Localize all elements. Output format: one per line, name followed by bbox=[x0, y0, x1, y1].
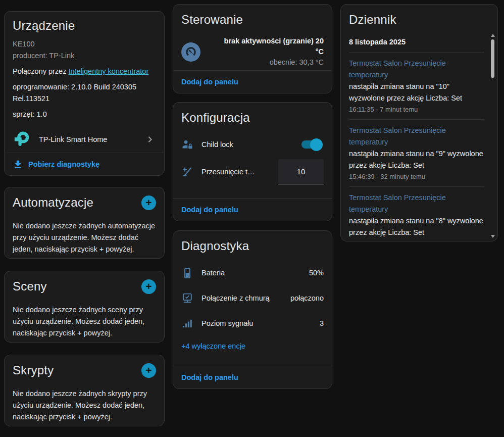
child-lock-toggle[interactable] bbox=[301, 140, 321, 149]
battery-label: Bateria bbox=[201, 269, 301, 277]
battery-icon bbox=[181, 267, 193, 279]
download-diagnostics-label: Pobierz diagnostykę bbox=[28, 160, 99, 168]
disabled-entities-link[interactable]: +4 wyłączone encje bbox=[181, 342, 245, 350]
scrollbar-up-arrow[interactable] bbox=[491, 34, 495, 37]
integration-name: TP-Link Smart Home bbox=[39, 135, 136, 143]
logbook-message: nastąpiła zmiana stanu na "10" wyzwolone… bbox=[349, 81, 484, 104]
climate-entity-row[interactable]: T… brak aktywności (grzanie) 20 °C obecn… bbox=[181, 34, 324, 70]
config-add-to-dashboard[interactable]: Dodaj do panelu bbox=[173, 198, 332, 221]
logbook-time: 16:11:35 - 7 minut temu bbox=[349, 105, 484, 114]
device-info-card: Urządzenie KE100 producent: TP-Link Połą… bbox=[4, 11, 165, 176]
scenes-card-title: Sceny bbox=[13, 279, 47, 294]
add-to-dashboard-label: Dodaj do panelu bbox=[181, 206, 238, 214]
temperature-offset-label: Przesunięcie t… bbox=[201, 168, 270, 176]
config-card: Konfiguracja Child lock bbox=[173, 102, 332, 221]
device-model: KE100 bbox=[13, 38, 156, 50]
scrollbar-down-arrow[interactable] bbox=[491, 235, 495, 238]
cloud-connection-row[interactable]: Połączenie z chmurą połączono bbox=[181, 285, 324, 311]
climate-state: brak aktywności (grzanie) 20 °C obecnie:… bbox=[217, 36, 324, 68]
middle-column: Sterowanie T… brak aktywności (grzanie) … bbox=[173, 4, 332, 433]
logbook-time: 15:11:24 - 1 godzinę temu bbox=[349, 239, 484, 241]
tp-link-logo-icon bbox=[13, 130, 31, 149]
logbook-date-header: 8 listopada 2025 bbox=[349, 38, 484, 46]
config-card-title: Konfiguracja bbox=[181, 111, 324, 125]
automations-card: Automatyzacje + Nie dodano jeszcze żadny… bbox=[4, 187, 165, 259]
diagnostics-add-to-dashboard[interactable]: Dodaj do panelu bbox=[173, 366, 332, 389]
device-manufacturer: producent: TP-Link bbox=[13, 50, 156, 62]
logbook-card-title: Dziennik bbox=[349, 13, 489, 27]
account-lock-icon bbox=[181, 138, 193, 151]
cloud-connection-value: połączono bbox=[290, 294, 324, 302]
add-to-dashboard-label: Dodaj do panelu bbox=[181, 373, 238, 381]
scripts-card-title: Skrypty bbox=[13, 363, 54, 377]
signal-level-value: 3 bbox=[320, 319, 324, 327]
scripts-card: Skrypty + Nie dodano jeszcze żadnych skr… bbox=[4, 355, 165, 426]
battery-row[interactable]: Bateria 50% bbox=[181, 260, 324, 285]
logbook-entity-link[interactable]: Termostat Salon Przesunięcie temperatury bbox=[349, 192, 484, 215]
download-icon bbox=[13, 159, 23, 170]
signal-bars-icon bbox=[181, 317, 193, 329]
controls-card-title: Sterowanie bbox=[181, 13, 324, 27]
temperature-offset-input[interactable] bbox=[278, 159, 324, 184]
right-column: Dziennik 8 listopada 2025 Termostat Salo… bbox=[340, 4, 498, 433]
logbook-entry: Termostat Salon Przesunięcie temperatury… bbox=[349, 187, 484, 241]
battery-value: 50% bbox=[309, 269, 324, 277]
monitor-check-icon bbox=[181, 292, 193, 304]
add-automation-button[interactable]: + bbox=[141, 196, 156, 210]
download-diagnostics-button[interactable]: Pobierz diagnostykę bbox=[5, 153, 164, 175]
scrollbar-thumb[interactable] bbox=[491, 39, 494, 78]
add-scene-button[interactable]: + bbox=[141, 279, 156, 294]
scripts-empty-text: Nie dodano jeszcze żadnych skrypty przy … bbox=[13, 388, 156, 423]
signal-level-row[interactable]: Poziom sygnału 3 bbox=[181, 311, 324, 336]
device-page: Urządzenie KE100 producent: TP-Link Połą… bbox=[0, 0, 504, 437]
controls-card: Sterowanie T… brak aktywności (grzanie) … bbox=[173, 4, 332, 93]
logbook-card: Dziennik 8 listopada 2025 Termostat Salo… bbox=[340, 4, 498, 241]
add-to-dashboard-label: Dodaj do panelu bbox=[181, 78, 238, 86]
left-column: Urządzenie KE100 producent: TP-Link Połą… bbox=[4, 4, 165, 433]
signal-level-label: Poziom sygnału bbox=[201, 319, 312, 327]
climate-state-secondary: obecnie: 30,3 °C bbox=[217, 57, 324, 68]
logbook-message: nastąpiła zmiana stanu na "8" wyzwolone … bbox=[349, 215, 484, 238]
device-hardware: sprzęt: 1.0 bbox=[13, 109, 156, 120]
plus-minus-icon bbox=[181, 166, 193, 178]
device-connected-via: Połączony przez Inteligentny koncentrato… bbox=[13, 66, 156, 77]
diagnostics-card: Diagnostyka Bateria 50% bbox=[173, 230, 332, 389]
device-info-content: Urządzenie KE100 producent: TP-Link Połą… bbox=[5, 12, 164, 126]
scenes-empty-text: Nie dodano jeszcze żadnych sceny przy uż… bbox=[13, 304, 156, 339]
scenes-card: Sceny + Nie dodano jeszcze żadnych sceny… bbox=[4, 271, 165, 343]
child-lock-label: Child lock bbox=[201, 140, 293, 149]
climate-state-primary: brak aktywności (grzanie) 20 °C bbox=[217, 36, 324, 57]
logbook-message: nastąpiła zmiana stanu na "9" wyzwolone … bbox=[349, 148, 484, 171]
child-lock-row: Child lock bbox=[181, 132, 324, 157]
controls-add-to-dashboard[interactable]: Dodaj do panelu bbox=[173, 70, 332, 93]
temperature-offset-row: Przesunięcie t… bbox=[181, 157, 324, 186]
integration-row[interactable]: TP-Link Smart Home bbox=[5, 126, 164, 153]
logbook-entity-link[interactable]: Termostat Salon Przesunięcie temperatury bbox=[349, 58, 484, 81]
logbook-entry: Termostat Salon Przesunięcie temperatury… bbox=[349, 120, 484, 187]
chevron-right-icon bbox=[144, 133, 156, 145]
logbook-scroll-area: 8 listopada 2025 Termostat Salon Przesun… bbox=[341, 34, 497, 241]
connected-via-prefix: Połączony przez bbox=[13, 67, 68, 75]
add-script-button[interactable]: + bbox=[141, 363, 156, 378]
cloud-connection-label: Połączenie z chmurą bbox=[201, 294, 282, 302]
diagnostics-card-title: Diagnostyka bbox=[181, 239, 324, 253]
automations-empty-text: Nie dodano jeszcze żadnych automatyzacje… bbox=[13, 220, 156, 255]
hub-link[interactable]: Inteligentny koncentrator bbox=[68, 67, 148, 75]
logbook-entity-link[interactable]: Termostat Salon Przesunięcie temperatury bbox=[349, 125, 484, 148]
logbook-scrollbar bbox=[490, 34, 496, 238]
logbook-entry: Termostat Salon Przesunięcie temperatury… bbox=[349, 53, 484, 120]
device-firmware: oprogramowanie: 2.10.0 Build 240305 Rel.… bbox=[13, 81, 156, 105]
automations-card-title: Automatyzacje bbox=[13, 196, 93, 210]
thermostat-dial-icon bbox=[181, 42, 200, 62]
device-card-title: Urządzenie bbox=[13, 20, 156, 31]
logbook-time: 15:46:39 - 32 minuty temu bbox=[349, 172, 484, 181]
